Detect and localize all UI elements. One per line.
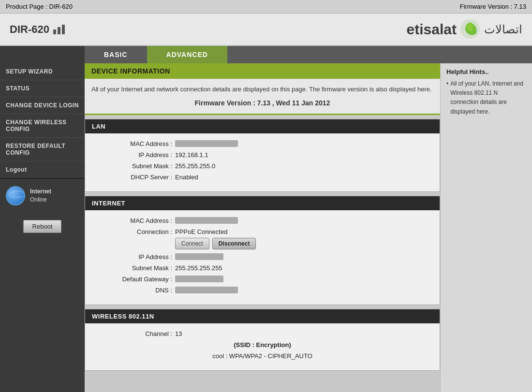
sidebar-internet-status: Internet Online <box>0 179 85 213</box>
internet-connection-label: Connection : <box>95 228 172 235</box>
internet-label: Internet <box>30 188 51 196</box>
lan-mac-value <box>175 140 238 147</box>
lan-subnet-row: Subnet Mask : 255.255.255.0 <box>95 162 430 170</box>
internet-dns-row: DNS : <box>95 287 430 294</box>
hint-item: All of your LAN, Internet and Wireless 8… <box>446 79 526 116</box>
etisalat-icon <box>459 18 481 40</box>
etisalat-logo: etisalat اتصالات <box>407 18 522 40</box>
lan-dhcp-label: DHCP Server : <box>95 174 172 181</box>
lan-subnet-value: 255.255.255.0 <box>175 162 215 170</box>
lan-dhcp-value: Enabled <box>175 174 198 181</box>
internet-dns-value <box>175 287 238 293</box>
logo-bars-icon <box>53 25 65 34</box>
sidebar-item-change-wireless[interactable]: CHANGE WIRELESS CONFIG <box>0 114 85 138</box>
internet-globe-icon <box>6 186 25 205</box>
firmware-version-label: Firmware Version : 7.13 <box>460 3 526 10</box>
lan-dhcp-row: DHCP Server : Enabled <box>95 174 430 181</box>
sidebar-item-status[interactable]: STATUS <box>0 80 85 97</box>
device-info-section: DEVICE INFORMATION All of your Internet … <box>85 63 440 115</box>
wireless-body: Channel : 13 (SSID : Encryption) cool : … <box>85 323 440 370</box>
header: DIR-620 etisalat اتصالات <box>0 14 532 46</box>
wireless-ssid-label: (SSID : Encryption) <box>234 341 291 348</box>
wireless-channel-label: Channel : <box>95 330 172 337</box>
reboot-area: Reboot <box>0 213 85 240</box>
connection-type: PPPoE Connected <box>175 228 256 235</box>
internet-dns-label: DNS : <box>95 287 172 294</box>
tab-basic[interactable]: BASIC <box>85 46 147 63</box>
internet-mac-row: MAC Address : <box>95 217 430 224</box>
internet-subnet-row: Subnet Mask : 255.255.255.255 <box>95 264 430 272</box>
lan-mac-label: MAC Address : <box>95 140 172 147</box>
wireless-channel-row: Channel : 13 <box>95 330 430 337</box>
hints-title: Helpful Hints.. <box>446 68 526 75</box>
content-area: DEVICE INFORMATION All of your Internet … <box>85 63 440 392</box>
connection-area: PPPoE Connected Connect Disconnect <box>175 228 256 249</box>
device-info-description: All of your Internet and network connect… <box>91 85 433 94</box>
etisalat-text: etisalat <box>407 21 457 38</box>
hint-text: All of your LAN, Internet and Wireless 8… <box>450 79 526 116</box>
main-layout: SETUP WIZARD STATUS CHANGE DEVICE LOGIN … <box>0 63 532 392</box>
lan-section: LAN MAC Address : IP Address : 192.168.1… <box>85 119 440 192</box>
lan-body: MAC Address : IP Address : 192.168.1.1 S… <box>85 133 440 191</box>
connect-button[interactable]: Connect <box>175 238 209 249</box>
sidebar-item-restore-default[interactable]: RESTORE DEFAULT CONFIG <box>0 138 85 161</box>
lan-header: LAN <box>85 119 440 133</box>
internet-ip-label: IP Address : <box>95 253 172 261</box>
internet-mac-label: MAC Address : <box>95 217 172 224</box>
wireless-header: WIRELESS 802.11N <box>85 309 440 323</box>
product-page-label: Product Page : DIR-620 <box>6 3 73 10</box>
internet-body: MAC Address : Connection : PPPoE Connect… <box>85 210 440 305</box>
right-sidebar: Helpful Hints.. All of your LAN, Interne… <box>440 63 532 392</box>
wireless-ssid-value: cool : WPA/WPA2 - CIPHER_AUTO <box>212 352 312 360</box>
internet-status-text: Internet Online <box>30 188 51 204</box>
sidebar-item-setup-wizard[interactable]: SETUP WIZARD <box>0 63 85 80</box>
nav-tabs: BASIC ADVANCED <box>85 46 532 63</box>
internet-online-label: Online <box>30 196 51 204</box>
internet-connection-row: Connection : PPPoE Connected Connect Dis… <box>95 228 430 249</box>
etisalat-arabic-text: اتصالات <box>484 23 522 36</box>
firmware-line: Firmware Version : 7.13 , Wed 11 Jan 201… <box>91 99 433 107</box>
lan-ip-label: IP Address : <box>95 151 172 159</box>
top-bar: Product Page : DIR-620 Firmware Version … <box>0 0 532 14</box>
internet-subnet-value: 255.255.255.255 <box>175 264 222 272</box>
watermark-text: SetupRouter.com <box>145 366 380 392</box>
wireless-ssid-value-row: cool : WPA/WPA2 - CIPHER_AUTO <box>95 352 430 360</box>
internet-section: INTERNET MAC Address : Connection : PPPo… <box>85 196 440 305</box>
wireless-channel-value: 13 <box>175 330 182 337</box>
lan-ip-row: IP Address : 192.168.1.1 <box>95 151 430 159</box>
internet-gateway-value <box>175 276 223 282</box>
nav-row: BASIC ADVANCED <box>0 46 532 63</box>
tab-advanced[interactable]: ADVANCED <box>147 46 227 63</box>
reboot-button[interactable]: Reboot <box>23 220 62 233</box>
internet-ip-value <box>175 253 223 260</box>
connection-buttons: Connect Disconnect <box>175 238 256 249</box>
lan-subnet-label: Subnet Mask : <box>95 162 172 170</box>
internet-gateway-label: Default Gateway : <box>95 276 172 283</box>
disconnect-button[interactable]: Disconnect <box>212 238 256 249</box>
internet-gateway-row: Default Gateway : <box>95 276 430 283</box>
wireless-section: WIRELESS 802.11N Channel : 13 (SSID : En… <box>85 309 440 371</box>
model-label: DIR-620 <box>10 23 49 36</box>
wireless-ssid-row: (SSID : Encryption) <box>95 341 430 348</box>
sidebar-logo-area <box>0 46 85 63</box>
internet-subnet-label: Subnet Mask : <box>95 264 172 272</box>
internet-ip-row: IP Address : <box>95 253 430 261</box>
lan-ip-value: 192.168.1.1 <box>175 151 208 159</box>
sidebar-item-logout[interactable]: Logout <box>0 161 85 179</box>
sidebar: SETUP WIZARD STATUS CHANGE DEVICE LOGIN … <box>0 63 85 392</box>
device-info-body: All of your Internet and network connect… <box>85 79 440 115</box>
internet-header: INTERNET <box>85 196 440 210</box>
device-info-header: DEVICE INFORMATION <box>85 63 440 79</box>
logo-area: DIR-620 <box>10 23 65 36</box>
hints-body: All of your LAN, Internet and Wireless 8… <box>446 79 526 116</box>
internet-mac-value <box>175 217 238 224</box>
lan-mac-row: MAC Address : <box>95 140 430 147</box>
sidebar-item-change-device-login[interactable]: CHANGE DEVICE LOGIN <box>0 97 85 114</box>
